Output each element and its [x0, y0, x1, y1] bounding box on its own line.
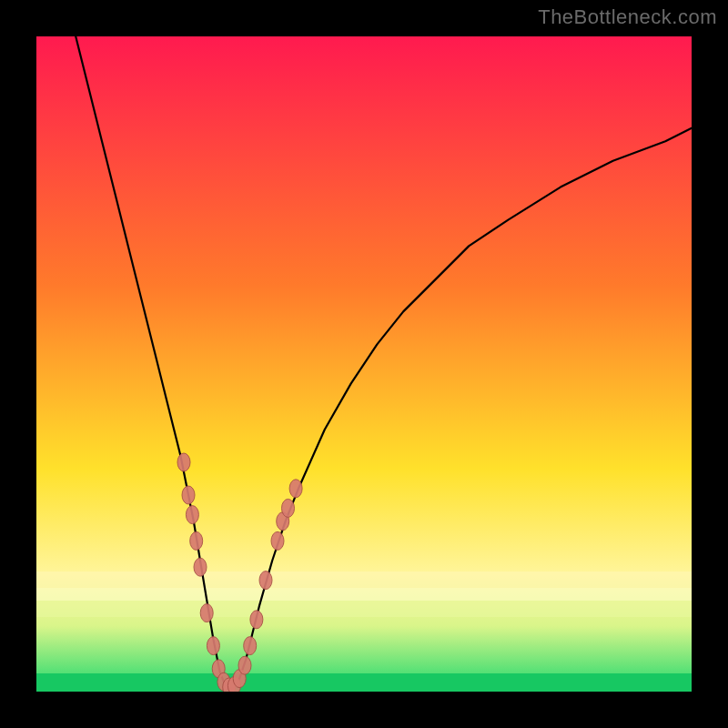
- band-bottom: [36, 673, 692, 692]
- plot-area: [36, 36, 692, 692]
- chart-svg: [36, 36, 692, 692]
- data-marker: [207, 637, 219, 655]
- data-marker: [182, 486, 195, 504]
- data-marker: [289, 480, 302, 498]
- data-marker: [238, 656, 251, 674]
- data-marker: [194, 558, 207, 576]
- chart-frame: TheBottleneck.com: [0, 0, 728, 728]
- band-2: [36, 588, 692, 601]
- data-marker: [190, 531, 203, 550]
- data-marker: [259, 571, 272, 590]
- attribution-text: TheBottleneck.com: [538, 5, 717, 29]
- band-1: [36, 571, 692, 588]
- data-marker: [271, 531, 284, 550]
- data-marker: [177, 453, 190, 471]
- data-marker: [250, 611, 263, 629]
- data-marker: [200, 604, 213, 622]
- data-marker: [282, 499, 295, 517]
- data-marker: [186, 506, 198, 524]
- band-3: [36, 601, 692, 617]
- data-marker: [244, 637, 257, 655]
